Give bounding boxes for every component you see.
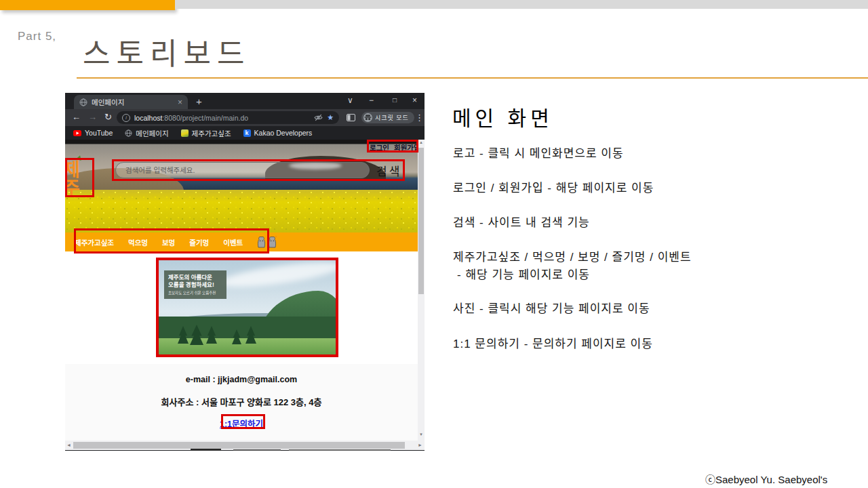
footer-address: 회사주소 : 서울 마포구 양화로 122 3층, 4층 (65, 395, 418, 408)
slide: Part 5, 스토리보드 메인페이지 × + ∨ − □ × ← → (0, 0, 868, 488)
bookmark-label: Kakao Developers (254, 129, 313, 137)
note-line: 사진 - 클릭시 해당 기능 페이지로 이동 (453, 300, 778, 318)
bookmark-youtube[interactable]: YouTube (73, 129, 113, 137)
note-line: 제주가고싶조 / 먹으멍 / 보멍 / 즐기멍 / 이벤트 (453, 249, 778, 266)
address-bar[interactable]: i localhost:8080/project/main/main.do ★ (117, 111, 339, 124)
chevron-down-icon[interactable]: ∨ (347, 96, 353, 105)
vertical-scrollbar-thumb[interactable] (418, 148, 424, 294)
site-thumbnail-icon (181, 129, 189, 137)
browser-toolbar: ← → ↻ i localhost:8080/project/main/main… (65, 109, 425, 126)
note-nav: 제주가고싶조 / 먹으멍 / 보멍 / 즐기멍 / 이벤트 - 해당 기능 페이… (453, 249, 778, 284)
tab-close-icon[interactable]: × (178, 98, 182, 106)
top-gray-bar (175, 0, 868, 9)
url-host: localhost (134, 114, 162, 122)
footer-email: e-mail : jjkjadm@gmail.com (65, 375, 418, 384)
hareubang-statue-icon (268, 236, 277, 249)
bookmark-label: 메인페이지 (136, 128, 168, 138)
incognito-label: 시크릿 모드 (375, 113, 409, 122)
note-search: 검색 - 사이트 내 검색 기능 (453, 214, 778, 232)
site-footer: e-mail : jjkjadm@gmail.com 회사주소 : 서울 마포구… (65, 364, 418, 441)
hero-banner: 제주 로그인 회원가입 검색 (65, 140, 418, 232)
bookmark-label: 제주가고싶조 (192, 128, 231, 138)
horizontal-scrollbar[interactable]: ◄ ► (65, 441, 425, 450)
hero-flower-field (65, 190, 418, 232)
note-line: 로고 - 클릭 시 메인화면으로 이동 (453, 145, 778, 163)
scroll-down-icon[interactable]: ▼ (418, 432, 425, 436)
note-logo: 로고 - 클릭 시 메인화면으로 이동 (453, 145, 778, 163)
note-line: - 해당 기능 페이지로 이동 (453, 266, 778, 284)
tab-strip: 메인페이지 × + ∨ − □ × (65, 93, 425, 109)
kakao-icon: k (243, 129, 251, 137)
note-line: 로그인 / 회원가입 - 해당 페이지로 이동 (453, 180, 778, 197)
bookmark-star-icon[interactable]: ★ (327, 113, 334, 122)
horizontal-scrollbar-thumb[interactable] (73, 442, 405, 449)
eye-off-icon[interactable] (314, 113, 323, 122)
minimize-button[interactable]: − (369, 96, 374, 105)
window-close-button[interactable]: × (412, 96, 417, 105)
browser-tab[interactable]: 메인페이지 × (74, 95, 188, 109)
new-tab-button[interactable]: + (196, 96, 202, 107)
menu-icon[interactable]: ⋮ (415, 113, 424, 123)
url-text: localhost:8080/project/main/main.do (134, 114, 248, 122)
note-auth: 로그인 / 회원가입 - 해당 페이지로 이동 (453, 180, 778, 197)
copyright-text: ⓒSaebyeol Yu. Saebyeol's PowerPoint (705, 472, 868, 488)
screenshot-edge-artifact (289, 449, 391, 451)
scroll-up-icon[interactable]: ▲ (418, 140, 425, 144)
note-photo: 사진 - 클릭시 해당 기능 페이지로 이동 (453, 300, 778, 318)
tab-title: 메인페이지 (92, 97, 174, 107)
globe-icon (79, 98, 87, 106)
annotation-box-auth (367, 140, 418, 152)
vertical-scrollbar[interactable]: ▲ ▼ (418, 140, 425, 441)
url-path: :8080/project/main/main.do (162, 114, 248, 122)
globe-icon (125, 129, 132, 137)
annotation-box-logo (65, 158, 94, 197)
screenshot-edge-artifact (233, 449, 281, 451)
incognito-badge: 시크릿 모드 (361, 112, 414, 123)
title-underline (77, 77, 868, 79)
maximize-button[interactable]: □ (393, 96, 397, 104)
side-panel-icon[interactable] (347, 114, 355, 121)
note-inquiry: 1:1 문의하기 - 문의하기 페이지로 이동 (453, 336, 778, 353)
scroll-left-icon[interactable]: ◄ (66, 443, 71, 447)
bookmarks-bar: YouTube 메인페이지 제주가고싶조 k Kakao Developers (65, 126, 425, 140)
youtube-icon (73, 130, 81, 136)
screenshot-edge-artifact (191, 449, 221, 451)
browser-window: 메인페이지 × + ∨ − □ × ← → ↻ i localhost:8080… (65, 93, 425, 451)
part-label: Part 5, (18, 30, 56, 43)
incognito-icon (363, 113, 372, 122)
annotation-box-search (112, 159, 405, 181)
top-accent-bar (0, 0, 175, 10)
annotation-box-inquiry (221, 414, 265, 429)
forward-icon[interactable]: → (88, 112, 97, 122)
bookmark-kakao-developers[interactable]: k Kakao Developers (243, 129, 313, 137)
reload-icon[interactable]: ↻ (104, 112, 112, 122)
page-title: 스토리보드 (83, 30, 250, 73)
annotation-box-photo (156, 258, 338, 357)
bookmark-jeju-site[interactable]: 제주가고싶조 (181, 128, 231, 138)
bookmark-label: YouTube (85, 129, 113, 137)
info-icon[interactable]: i (122, 114, 130, 122)
note-line: 검색 - 사이트 내 검색 기능 (453, 214, 778, 232)
annotation-box-nav (74, 228, 269, 253)
notes-heading: 메인 화면 (452, 102, 553, 131)
note-line: 1:1 문의하기 - 문의하기 페이지로 이동 (453, 336, 778, 353)
bookmark-mainpage[interactable]: 메인페이지 (125, 128, 168, 138)
back-icon[interactable]: ← (72, 112, 81, 122)
scroll-right-icon[interactable]: ► (418, 443, 422, 447)
